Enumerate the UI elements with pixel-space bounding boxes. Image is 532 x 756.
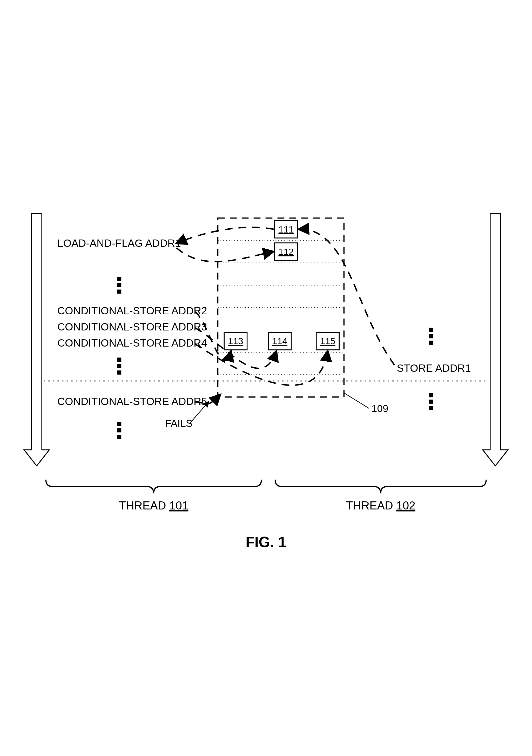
cache-cell-ref-113: 113 <box>228 336 243 346</box>
ellipsis-dot <box>429 393 433 397</box>
ellipsis-dot <box>117 364 121 368</box>
thread1-instruction-2: CONDITIONAL-STORE ADDR3 <box>57 321 207 333</box>
ellipsis-dot <box>117 358 121 362</box>
cache-cell-ref-111: 111 <box>278 224 294 234</box>
thread1-instruction-3: CONDITIONAL-STORE ADDR4 <box>57 337 207 349</box>
cache-box-ref: 109 <box>371 403 389 414</box>
arrow-addr4-to-115 <box>195 344 328 385</box>
thread2-label: THREAD 102 <box>346 499 415 512</box>
ellipsis-dot <box>429 334 433 338</box>
cache-cell-ref-112: 112 <box>278 247 294 257</box>
arrow-loadflag-to-112 <box>177 248 273 262</box>
ellipsis-dot <box>117 435 121 439</box>
thread1-instruction-0: LOAD-AND-FLAG ADDR1 <box>57 237 181 249</box>
thread1-instruction-4: CONDITIONAL-STORE ADDR5 <box>57 395 207 407</box>
thread2-brace <box>275 480 486 493</box>
thread1-instruction-1: CONDITIONAL-STORE ADDR2 <box>57 305 207 317</box>
diagram-svg: LOAD-AND-FLAG ADDR1CONDITIONAL-STORE ADD… <box>0 0 532 756</box>
arrow-storeaddr1-to-111 <box>299 229 394 365</box>
ellipsis-dot <box>429 399 433 404</box>
cache-cell-ref-115: 115 <box>320 336 336 346</box>
thread1-brace <box>46 480 262 493</box>
ellipsis-dot <box>429 406 433 410</box>
time-arrow <box>24 214 49 466</box>
cache-cell-ref-114: 114 <box>272 336 288 346</box>
ellipsis-dot <box>117 370 121 375</box>
ellipsis-dot <box>117 428 121 432</box>
time-arrow <box>483 214 508 466</box>
arrow-111-to-loadflag <box>177 227 274 243</box>
ellipsis-dot <box>429 328 433 332</box>
ellipsis-dot <box>117 422 121 426</box>
ellipsis-dot <box>117 283 121 287</box>
figure-label: FIG. 1 <box>246 534 286 550</box>
thread1-label: THREAD 101 <box>119 499 188 512</box>
ellipsis-dot <box>117 277 121 281</box>
fails-label: FAILS <box>165 418 193 429</box>
ellipsis-dot <box>429 340 433 345</box>
ellipsis-dot <box>117 290 121 294</box>
thread2-instruction-0: STORE ADDR1 <box>397 362 471 374</box>
cache-box-leader <box>344 393 369 408</box>
